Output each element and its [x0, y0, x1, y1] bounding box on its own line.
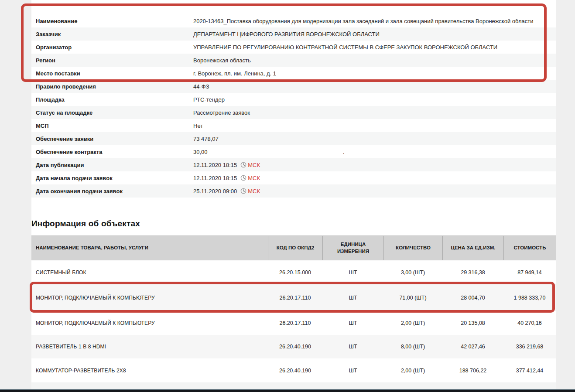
details-label: МСП [31, 123, 193, 129]
details-value: 30,00 . [193, 149, 556, 155]
details-value: 2020-13463_Поставка оборудования для мод… [193, 18, 556, 24]
details-value-text: РТС-тендер [193, 96, 225, 103]
products-table: НАИМЕНОВАНИЕ ТОВАРА, РАБОТЫ, УСЛУГИ КОД … [31, 235, 556, 382]
details-label: Место поставки [31, 70, 193, 77]
details-label: Обеспечение контракта [31, 149, 193, 155]
product-name-cell: РАЗВЕТВИТЕЛЬ 1 В 8 HDMI [31, 344, 268, 350]
details-value: Воронежская область [193, 57, 556, 64]
product-row[interactable]: СИСТЕМНЫЙ БЛОК 26.20.15.000 ШТ 3,00 (ШТ)… [31, 261, 556, 284]
product-okpd2-cell: 26.20.17.110 [268, 295, 322, 301]
product-okpd2-cell: 26.20.15.000 [268, 269, 322, 276]
details-label: Наименование [31, 18, 193, 24]
product-quantity-cell: 8,00 (ШТ) [383, 344, 442, 350]
product-unit-price-cell: 28 004,70 [442, 295, 503, 301]
details-value: 12.11.2020 18:15 МСК [193, 175, 556, 181]
product-unit-cell: ШТ [322, 368, 383, 374]
product-unit-price-cell: 42 027,46 [442, 344, 503, 350]
header-cell-quantity: КОЛИЧЕСТВО [383, 236, 442, 260]
product-unit-cell: ШТ [322, 320, 383, 326]
details-row: Площадка РТС-тендер [31, 93, 556, 106]
details-table: Наименование 2020-13463_Поставка оборудо… [31, 14, 556, 198]
product-quantity-cell: 2,00 (ШТ) [383, 368, 442, 374]
clock-icon [240, 188, 246, 194]
section-title: Информация об объектах [31, 219, 140, 228]
page-right-margin [556, 0, 575, 389]
header-cell-cost: СТОИМОСТЬ [503, 236, 556, 260]
time-zone-group: МСК [239, 162, 260, 168]
product-okpd2-cell: 26.20.40.190 [268, 344, 322, 350]
msk-label: МСК [248, 162, 260, 168]
product-quantity-cell: 2,00 (ШТ) [383, 320, 442, 326]
header-cell-unit-price: ЦЕНА ЗА ЕД.ИЗМ. [442, 236, 503, 260]
product-row[interactable]: МОНИТОР, ПОДКЛЮЧАЕМЫЙ К КОМПЬЮТЕРУ 26.20… [31, 311, 556, 335]
details-value: г. Воронеж, пл. им. Ленина, д. 1 [193, 70, 556, 77]
details-value-text: 73 478,07 [193, 136, 219, 142]
msk-label: МСК [248, 175, 260, 181]
stray-dot: . [343, 149, 345, 155]
details-label: Заказчик [31, 31, 193, 37]
product-quantity-cell: 3,00 (ШТ) [383, 269, 442, 276]
details-row: Регион Воронежская область [31, 54, 556, 67]
header-cell-name: НАИМЕНОВАНИЕ ТОВАРА, РАБОТЫ, УСЛУГИ [31, 236, 268, 260]
details-value: 12.11.2020 18:15 МСК [193, 162, 556, 168]
product-okpd2-cell: 26.20.17.110 [268, 320, 322, 326]
details-label: Обеспечение заявки [31, 136, 193, 142]
product-row[interactable]: КОММУТАТОР-РАЗВЕТВИТЕЛЬ 2Х8 26.20.40.190… [31, 358, 556, 382]
details-value: 44-ФЗ [193, 83, 556, 90]
product-row[interactable]: МОНИТОР, ПОДКЛЮЧАЕМЫЙ К КОМПЬЮТЕРУ 26.20… [31, 284, 556, 311]
details-value-text: 12.11.2020 18:15 [193, 175, 237, 181]
details-value: Рассмотрение заявок [193, 109, 556, 116]
product-unit-price-cell: 29 316,38 [442, 269, 503, 276]
details-label: Дата окончания подачи заявок [31, 188, 193, 194]
product-cost-cell: 40 270,16 [503, 320, 556, 326]
details-value-text: Воронежская область [193, 57, 251, 64]
details-row: Обеспечение заявки 73 478,07 [31, 132, 556, 145]
details-label: Дата начала подачи заявок [31, 175, 193, 181]
product-unit-cell: ШТ [322, 295, 383, 301]
details-row: МСП Нет [31, 119, 556, 132]
product-unit-price-cell: 188 706,22 [442, 368, 503, 374]
product-cost-cell: 87 949,14 [503, 269, 556, 276]
details-value-text: г. Воронеж, пл. им. Ленина, д. 1 [193, 70, 276, 77]
details-value-text: 30,00 [193, 149, 208, 155]
details-row: Место поставки г. Воронеж, пл. им. Ленин… [31, 67, 556, 80]
details-row: Статус на площадке Рассмотрение заявок [31, 106, 556, 119]
product-name-cell: МОНИТОР, ПОДКЛЮЧАЕМЫЙ К КОМПЬЮТЕРУ [31, 295, 268, 301]
product-cost-cell: 377 412,44 [503, 368, 556, 374]
details-row: Наименование 2020-13463_Поставка оборудо… [31, 14, 556, 27]
details-value: ДЕПАРТАМЕНТ ЦИФРОВОГО РАЗВИТИЯ ВОРОНЕЖСК… [193, 31, 556, 37]
details-row: Обеспечение контракта 30,00 . [31, 145, 556, 158]
product-okpd2-cell: 26.20.40.190 [268, 368, 322, 374]
details-value-text: УПРАВЛЕНИЕ ПО РЕГУЛИРОВАНИЮ КОНТРАКТНОЙ … [193, 44, 497, 51]
details-value: 25.11.2020 09:00 МСК [193, 188, 556, 194]
product-quantity-cell: 71,00 (ШТ) [383, 295, 442, 301]
details-value-text: ДЕПАРТАМЕНТ ЦИФРОВОГО РАЗВИТИЯ ВОРОНЕЖСК… [193, 31, 380, 37]
details-value-text: 25.11.2020 09:00 [193, 188, 237, 194]
products-table-body: СИСТЕМНЫЙ БЛОК 26.20.15.000 ШТ 3,00 (ШТ)… [31, 261, 556, 382]
time-zone-group: МСК [239, 175, 260, 181]
details-label: Дата публикации [31, 162, 193, 168]
page-left-margin [0, 0, 31, 389]
tender-details-page: { "details_table": { "rows": [ {"label":… [0, 0, 575, 392]
header-cell-unit: ЕДИНИЦА ИЗМЕРЕНИЯ [322, 236, 383, 260]
product-row[interactable]: РАЗВЕТВИТЕЛЬ 1 В 8 HDMI 26.20.40.190 ШТ … [31, 335, 556, 358]
details-row: Дата начала подачи заявок 12.11.2020 18:… [31, 171, 556, 184]
details-row: Дата окончания подачи заявок 25.11.2020 … [31, 184, 556, 198]
details-label: Организатор [31, 44, 193, 51]
details-label: Регион [31, 57, 193, 64]
msk-label: МСК [248, 188, 260, 194]
products-table-header: НАИМЕНОВАНИЕ ТОВАРА, РАБОТЫ, УСЛУГИ КОД … [31, 235, 556, 260]
details-value: РТС-тендер [193, 96, 556, 103]
details-row: Организатор УПРАВЛЕНИЕ ПО РЕГУЛИРОВАНИЮ … [31, 41, 556, 54]
details-value-text: 2020-13463_Поставка оборудования для мод… [193, 18, 533, 24]
product-unit-cell: ШТ [322, 344, 383, 350]
details-value-text: Нет [193, 123, 203, 129]
product-name-cell: КОММУТАТОР-РАЗВЕТВИТЕЛЬ 2Х8 [31, 368, 268, 374]
details-row: Заказчик ДЕПАРТАМЕНТ ЦИФРОВОГО РАЗВИТИЯ … [31, 27, 556, 41]
details-label: Статус на площадке [31, 109, 193, 116]
product-cost-cell: 1 988 333,70 [503, 295, 556, 301]
clock-icon [240, 175, 246, 181]
details-value: УПРАВЛЕНИЕ ПО РЕГУЛИРОВАНИЮ КОНТРАКТНОЙ … [193, 44, 556, 51]
product-name-cell: СИСТЕМНЫЙ БЛОК [31, 269, 268, 276]
bottom-edge-bar [0, 389, 575, 392]
